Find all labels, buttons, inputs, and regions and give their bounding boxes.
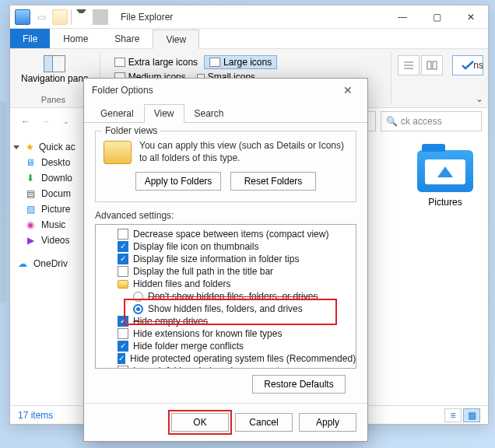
advanced-settings-label: Advanced settings: [95,210,356,221]
separator [93,9,108,25]
adv-item-label: Display file size information in folder … [133,254,299,264]
desktop-icon: 🖥 [24,157,37,168]
adv-item-7[interactable]: Hide empty drives [99,315,353,327]
ribbon-expand-icon[interactable]: ⌄ [476,93,483,104]
sidebar-item-label: Videos [41,235,69,246]
sidebar-quick-access[interactable]: ★ Quick ac [10,139,95,155]
close-button[interactable]: ✕ [454,5,488,29]
menubar: File Home Share View [10,29,488,49]
adv-item-label: Display file icon on thumbnails [133,241,258,252]
advanced-settings-list[interactable]: Decrease space between items (compact vi… [95,224,356,369]
menu-view[interactable]: View [153,30,199,49]
sort-by-button[interactable] [398,55,420,75]
document-icon: ▤ [24,188,37,199]
checkbox[interactable] [118,341,128,352]
tab-view[interactable]: View [144,104,184,123]
nav-history-icon[interactable]: ⌄ [57,112,75,131]
adv-item-5[interactable]: Don't show hidden files, folders, or dri… [99,290,353,303]
layout-large[interactable]: Large icons [204,55,277,69]
checkbox[interactable] [118,229,128,240]
adv-item-11[interactable]: Launch folder windows in a separate proc… [99,365,353,369]
sidebar-item-label: Deskto [41,157,70,168]
navigation-pane-button[interactable]: Navigation pane [18,54,92,86]
tab-search[interactable]: Search [184,104,234,123]
qat-save-icon[interactable]: ▭ [33,9,49,25]
folder-options-dialog: Folder Options ✕ General View Search Fol… [83,78,368,442]
dialog-close-button[interactable]: ✕ [336,84,360,96]
reset-folders-button[interactable]: Reset Folders [230,172,316,191]
menu-share[interactable]: Share [101,29,153,48]
adv-item-3[interactable]: Display the full path in the title bar [99,265,353,278]
adv-item-1[interactable]: Display file icon on thumbnails [99,240,353,253]
checkbox[interactable] [118,366,128,369]
cancel-button[interactable]: Cancel [235,413,293,432]
maximize-button[interactable]: ▢ [420,5,454,29]
checkbox[interactable] [118,353,125,364]
status-item-count: 17 items [18,410,53,421]
adv-item-label: Hide protected operating system files (R… [130,353,356,364]
navigation-pane-label: Navigation pane [21,74,89,84]
checkbox[interactable] [118,266,128,277]
apply-button[interactable]: Apply [299,413,356,432]
sidebar-item-label: Downlo [41,173,72,184]
chevron-down-icon [13,145,19,149]
search-input[interactable]: 🔍 ck access [381,111,482,131]
sidebar-item-pictures[interactable]: ▧Picture [10,201,95,217]
restore-defaults-button[interactable]: Restore Defaults [252,375,346,394]
adv-item-label: Launch folder windows in a separate proc… [133,366,320,369]
radio[interactable] [133,304,143,314]
adv-item-0[interactable]: Decrease space between items (compact vi… [99,228,353,240]
adv-item-label: Hidden files and folders [133,278,230,289]
dialog-titlebar: Folder Options ✕ [84,79,367,102]
fieldset-legend: Folder views [102,125,160,136]
qat-folder-icon[interactable] [52,9,68,25]
radio[interactable] [133,292,143,302]
sidebar-item-desktop[interactable]: 🖥Deskto [10,155,95,170]
music-icon: ◉ [24,219,37,230]
adv-item-10[interactable]: Hide protected operating system files (R… [99,352,353,365]
sidebar-item-music[interactable]: ◉Music [10,217,95,233]
menu-home[interactable]: Home [50,29,101,48]
layout-extra-large[interactable]: Extra large icons [110,55,202,69]
layout-label: Extra large icons [128,57,198,68]
sidebar-item-onedrive[interactable]: ☁OneDriv [10,256,95,271]
adv-item-4[interactable]: Hidden files and folders [99,278,353,290]
menu-file[interactable]: File [10,29,50,48]
sidebar-label: Quick ac [39,142,75,152]
sidebar-item-documents[interactable]: ▤Docum [10,186,95,201]
adv-item-2[interactable]: Display file size information in folder … [99,253,353,265]
nav-back-icon[interactable]: ← [16,112,35,131]
sidebar-item-videos[interactable]: ▶Videos [10,233,95,248]
folder-views-text: You can apply this view (such as Details… [139,139,348,164]
layout-label: Large icons [223,57,272,68]
checkbox[interactable] [118,328,128,339]
app-icon [15,9,30,25]
desktop-edge [0,101,6,303]
qat-dropdown-icon[interactable] [71,9,86,25]
adv-item-label: Don't show hidden files, folders, or dri… [148,291,318,302]
ok-button[interactable]: OK [171,413,229,432]
minimize-button[interactable]: — [385,5,420,29]
view-large-toggle[interactable]: ▦ [463,408,480,422]
sidebar-item-label: Music [41,219,65,230]
adv-item-9[interactable]: Hide folder merge conflicts [99,340,353,352]
dialog-body: Folder views You can apply this view (su… [84,123,367,398]
view-details-toggle[interactable]: ≡ [444,408,462,422]
videos-icon: ▶ [24,235,37,246]
ribbon-ns-label: ns [473,60,483,71]
checkbox[interactable] [118,241,128,252]
search-placeholder: ck access [401,116,442,127]
tab-general[interactable]: General [90,104,144,123]
nav-forward-icon[interactable]: → [37,112,55,131]
group-by-button[interactable] [421,55,443,75]
adv-item-6[interactable]: Show hidden files, folders, and drives [99,303,353,315]
checkbox[interactable] [118,254,128,264]
group-label-panes: Panes [15,95,92,104]
apply-to-folders-button[interactable]: Apply to Folders [135,172,221,191]
sidebar-item-downloads[interactable]: ⬇Downlo [10,170,95,186]
download-icon: ⬇ [24,173,37,184]
folder-pictures[interactable]: Pictures [410,150,480,208]
sidebar-item-label: OneDriv [33,258,68,269]
adv-item-8[interactable]: Hide extensions for known file types [99,327,353,340]
checkbox[interactable] [118,316,128,327]
